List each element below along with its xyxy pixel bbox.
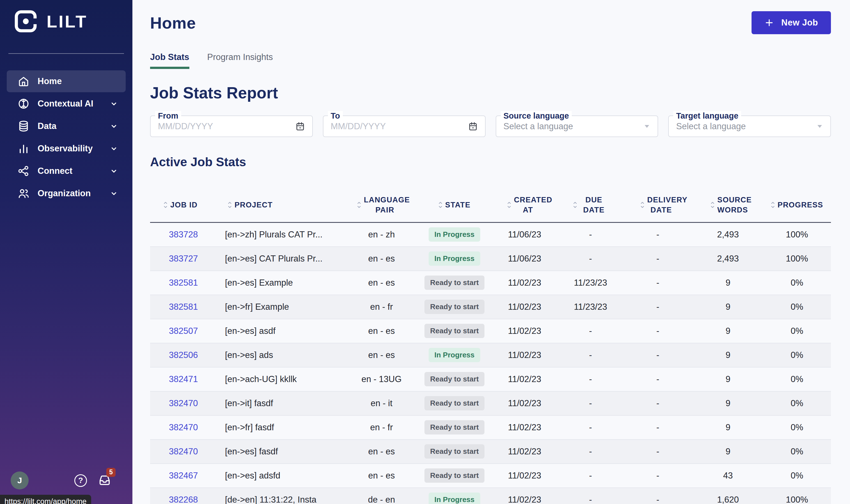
- language-pair-cell: de - en: [345, 495, 418, 504]
- database-icon: [17, 120, 30, 132]
- sidebar-item-label: Data: [38, 121, 56, 131]
- created-at-cell: 11/02/23: [491, 398, 558, 409]
- source-words-cell: 9: [693, 374, 763, 384]
- sidebar-item-data[interactable]: Data: [7, 115, 126, 137]
- state-badge: Ready to start: [424, 468, 484, 483]
- sidebar-footer: J ? 5: [0, 471, 133, 489]
- lilt-logo: LILT: [0, 0, 133, 34]
- delivery-date-cell: -: [623, 422, 693, 433]
- column-header-source-words[interactable]: SOURCE WORDS: [693, 195, 763, 215]
- language-pair-cell: en - es: [345, 326, 418, 336]
- table-row: 382506[en->es] adsen - esIn Progress11/0…: [150, 343, 831, 367]
- to-date-field[interactable]: To: [323, 115, 486, 137]
- state-badge: Ready to start: [424, 300, 484, 314]
- column-header-due-date[interactable]: DUE DATE: [558, 195, 623, 215]
- progress-cell: 0%: [763, 398, 831, 409]
- target-language-select[interactable]: Target language Select a language: [668, 115, 831, 137]
- delivery-date-cell: -: [623, 350, 693, 360]
- delivery-date-cell: -: [623, 302, 693, 312]
- sidebar-item-home[interactable]: Home: [7, 70, 126, 92]
- tabs: Job Stats Program Insights: [150, 52, 831, 69]
- lilt-logo-icon: [13, 8, 39, 34]
- language-pair-cell: en - es: [345, 278, 418, 288]
- column-header-created-at[interactable]: CREATED AT: [491, 195, 558, 215]
- state-badge: Ready to start: [424, 444, 484, 458]
- job-id-link[interactable]: 382467: [169, 471, 198, 481]
- table-row: 382268[de->en] 11:31:22, Instade - enIn …: [150, 488, 831, 504]
- language-pair-cell: en - es: [345, 254, 418, 264]
- sort-icon: [228, 201, 232, 209]
- job-id-link[interactable]: 383728: [169, 230, 198, 239]
- inbox-badge: 5: [106, 468, 116, 477]
- job-id-link[interactable]: 383727: [169, 254, 198, 264]
- project-cell: [de->en] 11:31:22, Insta: [222, 495, 345, 504]
- job-id-link[interactable]: 382470: [169, 447, 198, 456]
- sort-icon: [640, 201, 644, 209]
- column-header-language-pair[interactable]: LANGUAGE PAIR: [345, 195, 418, 215]
- caret-down-icon: [817, 125, 822, 128]
- job-id-link[interactable]: 382471: [169, 374, 198, 384]
- created-at-cell: 11/02/23: [491, 495, 558, 504]
- inbox-button[interactable]: 5: [98, 473, 112, 488]
- table-row: 382507[en->es] asdfen - esReady to start…: [150, 319, 831, 343]
- sidebar-item-label: Home: [38, 76, 62, 86]
- table-row: 382471[en->ach-UG] kkllken - 13UGReady t…: [150, 367, 831, 392]
- state-badge: In Progress: [429, 492, 480, 504]
- job-id-link[interactable]: 382581: [169, 278, 198, 288]
- sort-icon: [438, 201, 443, 209]
- due-date-cell: -: [558, 374, 623, 384]
- column-header-state[interactable]: STATE: [418, 200, 491, 210]
- tab-program-insights[interactable]: Program Insights: [207, 52, 273, 69]
- due-date-cell: -: [558, 254, 623, 264]
- from-label: From: [155, 111, 181, 121]
- job-id-link[interactable]: 382470: [169, 422, 198, 432]
- delivery-date-cell: -: [623, 447, 693, 457]
- column-header-project[interactable]: PROJECT: [222, 200, 345, 210]
- sidebar-item-connect[interactable]: Connect: [7, 160, 126, 182]
- created-at-cell: 11/06/23: [491, 254, 558, 264]
- table-row: 382470[en->es] fasdfen - esReady to star…: [150, 440, 831, 464]
- calendar-icon[interactable]: [468, 121, 478, 132]
- column-header-job-id[interactable]: JOB ID: [150, 200, 222, 210]
- calendar-icon[interactable]: [295, 121, 306, 132]
- project-cell: [en->fr] fasdf: [222, 422, 345, 433]
- avatar[interactable]: J: [11, 471, 29, 489]
- sidebar-item-observability[interactable]: Observability: [7, 138, 126, 160]
- progress-cell: 0%: [763, 278, 831, 288]
- column-header-delivery-date[interactable]: DELIVERY DATE: [623, 195, 693, 215]
- created-at-cell: 11/06/23: [491, 230, 558, 240]
- source-language-label: Source language: [501, 111, 572, 121]
- job-id-link[interactable]: 382268: [169, 495, 198, 504]
- column-header-progress[interactable]: PROGRESS: [763, 200, 831, 210]
- language-pair-cell: en - zh: [345, 230, 418, 240]
- sort-icon: [711, 201, 714, 209]
- job-id-link[interactable]: 382507: [169, 326, 198, 336]
- progress-cell: 0%: [763, 302, 831, 312]
- source-words-cell: 9: [693, 302, 763, 312]
- project-cell: [en->es] adsfd: [222, 471, 345, 481]
- job-id-link[interactable]: 382581: [169, 302, 198, 312]
- help-icon[interactable]: ?: [74, 474, 87, 487]
- state-badge: Ready to start: [424, 396, 484, 410]
- job-id-link[interactable]: 382470: [169, 398, 198, 408]
- job-id-link[interactable]: 382506: [169, 350, 198, 360]
- new-job-button-label: New Job: [781, 18, 818, 28]
- language-pair-cell: en - es: [345, 350, 418, 360]
- sidebar-item-organization[interactable]: Organization: [7, 182, 126, 204]
- progress-cell: 100%: [763, 230, 831, 240]
- from-date-field[interactable]: From: [150, 115, 313, 137]
- progress-cell: 0%: [763, 471, 831, 481]
- from-date-input[interactable]: [151, 121, 295, 131]
- progress-cell: 100%: [763, 254, 831, 264]
- to-date-input[interactable]: [324, 121, 468, 131]
- sidebar-item-contextual-ai[interactable]: Contextual AI: [7, 93, 126, 115]
- source-language-value: Select a language: [496, 121, 645, 131]
- delivery-date-cell: -: [623, 230, 693, 240]
- table-row: 383728[en->zh] Plurals CAT Pr...en - zhI…: [150, 223, 831, 247]
- active-job-stats-title: Active Job Stats: [150, 155, 831, 169]
- new-job-button[interactable]: New Job: [751, 11, 831, 34]
- caret-down-icon: [645, 125, 649, 128]
- tab-job-stats[interactable]: Job Stats: [150, 52, 189, 69]
- source-language-select[interactable]: Source language Select a language: [496, 115, 658, 137]
- created-at-cell: 11/02/23: [491, 350, 558, 360]
